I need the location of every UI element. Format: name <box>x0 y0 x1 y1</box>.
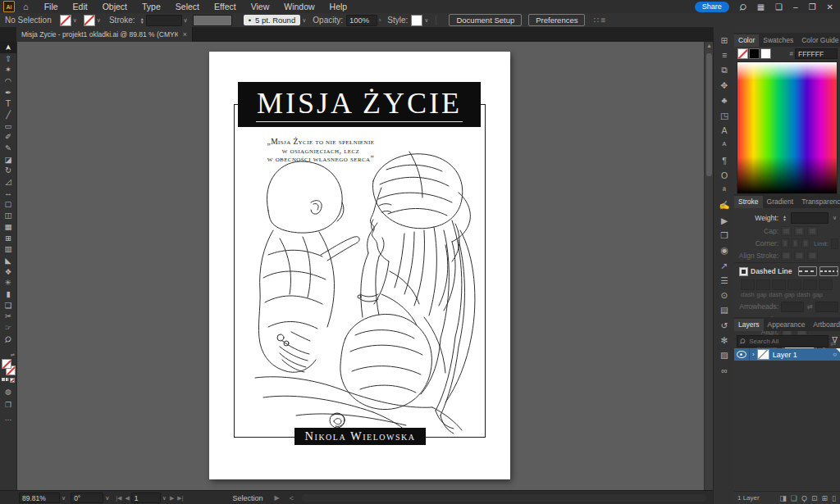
dash-preset-1-button[interactable] <box>798 266 817 276</box>
cap-butt-button[interactable] <box>781 226 792 236</box>
properties-icon[interactable]: ☰ <box>714 273 735 288</box>
align-icon[interactable]: ≡ <box>714 48 735 62</box>
menu-item[interactable]: Effect <box>207 0 244 13</box>
layers-search-box[interactable]: Ϙ <box>737 335 829 347</box>
image-trace-icon[interactable]: ▨ <box>714 347 735 362</box>
align-center-button[interactable] <box>781 251 792 261</box>
draw-mode-icon[interactable]: ◍ <box>0 388 16 396</box>
blend-tool[interactable]: ❖ <box>0 266 16 278</box>
edit-toolbar-icon[interactable]: … <box>0 414 16 422</box>
restore-button[interactable]: ❐ <box>809 2 816 11</box>
align-outside-button[interactable] <box>807 251 818 261</box>
tab-close-icon[interactable]: × <box>183 30 187 39</box>
share-button[interactable]: Share <box>695 2 729 12</box>
panel-tab[interactable]: Transparency <box>797 196 840 208</box>
menu-item[interactable]: Help <box>322 0 355 13</box>
preferences-button[interactable]: Preferences <box>528 14 585 26</box>
arrange-documents-icon[interactable]: ❏ <box>775 2 783 11</box>
width-profile-dropdown[interactable] <box>193 15 232 26</box>
pen-tool[interactable]: ✒ <box>0 87 16 98</box>
panel-tab[interactable]: Swatches <box>759 34 797 47</box>
rectangle-tool[interactable]: ▭ <box>0 120 16 132</box>
lasso-tool[interactable]: ◠ <box>0 75 16 87</box>
style-chevron-icon[interactable]: ∨ <box>424 17 428 24</box>
horizontal-scrollbar[interactable] <box>302 494 706 502</box>
paintbrush-tool[interactable]: ✐ <box>0 132 16 143</box>
info-icon[interactable]: ⊙ <box>714 288 735 302</box>
next-artboard-icon[interactable]: ▶ <box>170 495 174 502</box>
perspective-grid-tool[interactable]: ▦ <box>0 221 16 233</box>
brush-definition-dropdown[interactable]: • 5 pt. Round <box>244 15 300 25</box>
panel-tab[interactable]: Gradient <box>763 196 798 208</box>
clipping-mask-icon[interactable]: ◨ <box>779 494 787 502</box>
transform-icon[interactable]: ⊞ <box>714 33 735 48</box>
panel-tab[interactable]: Artboards <box>809 319 840 331</box>
fill-color-swatch[interactable] <box>60 15 71 26</box>
touch-type-icon[interactable]: ✍ <box>714 198 735 212</box>
magic-wand-tool[interactable]: ✶ <box>0 64 16 75</box>
character-icon[interactable]: A <box>714 123 735 138</box>
weight-stepper[interactable]: ▲▼ <box>783 215 787 221</box>
shape-builder-tool[interactable]: ◫ <box>0 210 16 221</box>
layer-name[interactable]: Layer 1 <box>773 351 833 359</box>
panel-tab[interactable]: Stroke <box>734 196 763 208</box>
color-gradient-none-buttons[interactable] <box>0 378 16 383</box>
locate-object-icon[interactable]: Ϙ <box>801 494 807 502</box>
layers-filter-icon[interactable]: ∇ <box>832 335 838 344</box>
menu-item[interactable]: Window <box>276 0 322 13</box>
cover-author-band[interactable]: Nikola Wielowska <box>294 428 426 445</box>
layer-expand-icon[interactable]: › <box>752 351 755 358</box>
slice-tool[interactable]: ✂ <box>0 311 16 323</box>
fill-chevron-icon[interactable]: ∨ <box>73 17 77 24</box>
screen-mode-icon[interactable]: ❐ <box>0 401 16 409</box>
cap-round-button[interactable] <box>794 226 805 236</box>
status-tool-label[interactable]: Selection <box>233 494 263 502</box>
brush-chevron-icon[interactable]: ∨ <box>302 17 306 24</box>
selection-tool[interactable]: ➤ <box>0 42 16 53</box>
home-icon[interactable]: ⌂ <box>23 2 29 11</box>
app-logo-icon[interactable]: Ai <box>3 1 15 12</box>
weight-chevron-icon[interactable]: ∨ <box>833 215 837 221</box>
paragraph-icon[interactable]: ¶ <box>714 152 735 167</box>
collect-for-export-icon[interactable]: ⊡ <box>811 494 818 502</box>
actions-icon[interactable]: ▶ <box>714 213 735 228</box>
document-setup-button[interactable]: Document Setup <box>449 14 522 26</box>
dash-preset-2-button[interactable] <box>819 266 838 276</box>
align-inside-button[interactable] <box>794 251 805 261</box>
color-proxy-swatches[interactable] <box>737 48 771 59</box>
arrowhead-end-dropdown[interactable] <box>815 302 838 312</box>
links-icon[interactable]: ∞ <box>714 363 735 378</box>
arrowhead-swap-icon[interactable]: ⇄ <box>806 302 812 311</box>
status-expand-icon[interactable]: ▶ <box>275 494 280 502</box>
workspace-switcher-icon[interactable]: ▦ <box>757 2 765 11</box>
symbols-icon[interactable]: ♣ <box>714 93 735 107</box>
scale-tool[interactable]: ◿ <box>0 176 16 188</box>
minimize-button[interactable]: – <box>793 2 798 11</box>
stroke-weight-field[interactable] <box>146 15 182 26</box>
stroke-weight-stepper[interactable]: ▲▼ <box>140 17 144 24</box>
artboard[interactable]: MISJA ŻYCIE „Misja Życie to nie spełnien… <box>209 52 510 479</box>
column-graph-tool[interactable]: ▮ <box>0 288 16 300</box>
pattern-options-icon[interactable]: ◉ <box>714 243 735 257</box>
previous-artboard-icon[interactable]: ◀ <box>125 495 129 502</box>
export-icon[interactable]: ↗ <box>714 257 735 272</box>
weight-field[interactable] <box>791 212 829 224</box>
cover-illustration[interactable] <box>249 132 480 437</box>
zoom-tool[interactable]: Ϙ <box>0 334 16 345</box>
menu-item[interactable]: Select <box>168 0 207 13</box>
panel-tab[interactable]: Color <box>734 34 759 47</box>
swap-fill-stroke-icon[interactable]: ⇄ <box>0 352 16 357</box>
limit-field[interactable] <box>831 238 838 249</box>
stroke-color-swatch[interactable] <box>84 15 95 26</box>
last-artboard-icon[interactable]: ▶| <box>177 495 183 502</box>
color-spectrum-picker[interactable] <box>737 61 838 194</box>
panel-tab[interactable]: Layers <box>734 319 764 331</box>
free-transform-tool[interactable]: ▢ <box>0 199 16 211</box>
style-swatch[interactable] <box>411 15 422 26</box>
document-tab[interactable]: Misja Zycie - projekt1 okladki.ai @ 89.8… <box>16 27 193 42</box>
layer-visibility-icon[interactable] <box>737 351 746 358</box>
layers-search-input[interactable] <box>747 337 816 346</box>
corner-bevel-button[interactable] <box>801 238 810 248</box>
close-button[interactable]: ✕ <box>827 2 833 11</box>
stroke-weight-chevron-icon[interactable]: ∨ <box>184 17 188 24</box>
